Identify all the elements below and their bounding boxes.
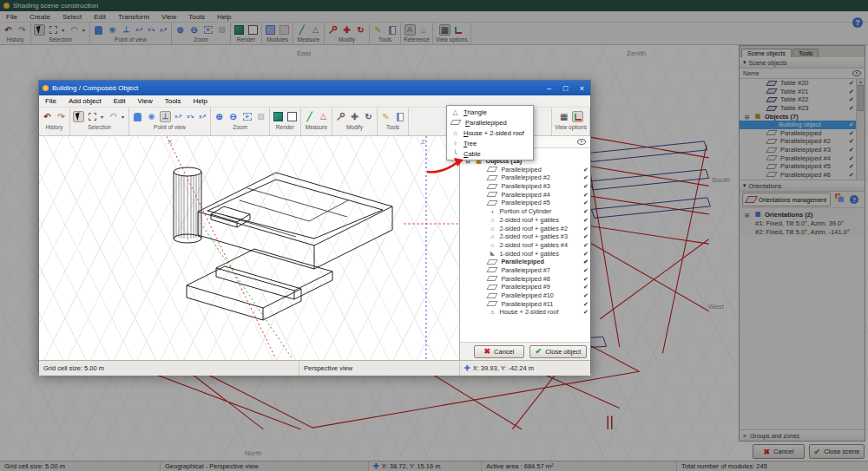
object-row[interactable]: Parallelepiped [460,165,590,173]
dropdown-item[interactable]: ♀ Tree [447,138,533,148]
measure-distance-icon[interactable]: ╱ [304,111,315,122]
lasso-select-icon[interactable]: ◠ [108,111,119,122]
zoom-window-icon[interactable]: ⊕ [241,111,253,122]
rotate-icon[interactable]: ↻ [355,24,366,36]
view-front-icon[interactable]: x↘ [186,111,195,122]
visibility-check-icon[interactable] [582,283,590,291]
object-row[interactable]: 2-sided roof + gables [460,216,590,225]
visibility-check-icon[interactable] [847,79,856,87]
grid-toggle-icon[interactable]: ▦ [558,111,569,122]
visibility-check-icon[interactable] [582,291,590,299]
view-side-icon[interactable]: y↗ [198,111,207,122]
move-icon[interactable]: ✚ [341,24,352,36]
visibility-check-icon[interactable] [582,207,590,215]
visibility-check-icon[interactable] [582,266,590,274]
main-menu-item[interactable]: Create [23,13,56,21]
select-cursor-icon[interactable] [34,24,45,36]
zoom-out-icon[interactable]: ⊖ [188,24,200,36]
pan-hand-icon[interactable] [93,24,104,36]
dropdown-item[interactable]: ⌂ House + 2-sided roof [447,128,533,138]
scene-object-row[interactable]: Parallelepiped #2 [740,137,856,146]
visibility-check-icon[interactable] [582,225,590,232]
layers-icon[interactable] [838,197,844,202]
view-front-icon[interactable]: x↘ [147,24,156,36]
main-menu-item[interactable]: Tools [182,13,211,21]
zoom-in-icon[interactable]: ⊕ [174,24,186,36]
scene-object-row[interactable]: Building object [740,121,856,129]
orientation-row[interactable]: #1: Fixed, Tilt 5.0°, Azim. 39.0° [740,219,865,227]
reference-house-icon[interactable]: ⌂ [418,24,430,36]
visibility-check-icon[interactable] [582,199,590,206]
tab-tools[interactable]: Tools [792,49,819,57]
measure-distance-icon[interactable]: ╱ [296,24,307,36]
close-scene-button[interactable]: ✔ Close scene [809,444,865,459]
object-row[interactable]: Parallelepiped #4 [460,190,590,199]
undo-icon[interactable]: ↶ [42,111,53,122]
visibility-check-icon[interactable] [582,300,590,308]
zoom-extents-icon[interactable]: ▧ [216,24,227,36]
object-row[interactable]: Parallelepiped #8 [460,274,590,283]
lasso-caret-icon[interactable]: ▾ [122,114,126,120]
visibility-check-icon[interactable] [582,232,590,240]
marquee-select-icon[interactable] [87,111,98,122]
main-menu-item[interactable]: File [0,13,23,21]
child-menu-item[interactable]: Edit [108,97,132,105]
scene-object-row[interactable]: Parallelepiped [740,129,856,138]
rotate-icon[interactable]: ↻ [363,111,374,122]
measure-angle-icon[interactable]: △ [318,111,329,122]
help-icon[interactable]: ? [852,17,863,28]
scene-object-row[interactable]: Table #21 [740,88,856,96]
object-row[interactable]: House + 2-sided roof [460,308,590,317]
main-menu-item[interactable]: Edit [88,13,112,21]
notebook-icon[interactable] [394,111,405,122]
visibility-check-icon[interactable] [847,146,856,154]
scene-object-row[interactable]: Parallelepiped #6 [740,171,856,180]
visibility-check-icon[interactable] [847,88,856,95]
visibility-check-icon[interactable] [582,250,590,258]
view-side-icon[interactable]: y↗ [159,24,168,36]
lasso-caret-icon[interactable]: ▾ [82,27,87,33]
sidebar-scrollbar[interactable]: ▴ [856,79,865,180]
cancel-object-button[interactable]: ✖ Cancel [474,345,524,358]
visibility-check-icon[interactable] [847,121,856,128]
visibility-check-icon[interactable] [847,171,856,179]
visibility-check-icon[interactable] [847,95,856,103]
visibility-check-icon[interactable] [582,258,590,265]
grid-toggle-icon[interactable]: ▦ [439,24,450,36]
scene-objects-panel-header[interactable]: ▾ Scene objects [740,57,865,69]
minimize-button[interactable]: – [541,81,557,95]
child-menu-item[interactable]: View [132,97,159,105]
view-top-icon[interactable]: x↗ [135,24,144,36]
orientation-row[interactable]: #2: Fixed, Tilt 5.0°, Azim. -141.0° [740,227,865,236]
pencil-icon[interactable]: ✎ [372,24,384,36]
pencil-icon[interactable]: ✎ [380,111,391,122]
render-wireframe-icon[interactable] [247,24,259,36]
redo-icon[interactable]: ↷ [16,24,28,36]
view-top-icon[interactable]: x↗ [174,111,183,122]
scene-object-row[interactable]: Table #20 [740,79,856,88]
visibility-check-icon[interactable] [582,182,590,190]
scene-object-row[interactable]: Parallelepiped #5 [740,162,856,171]
object-row[interactable]: 2-sided roof + gables #3 [460,232,590,241]
object-row[interactable]: 1-sided roof + gables [460,249,590,258]
child-menu-item[interactable]: File [39,97,62,105]
child-menu-item[interactable]: Help [187,97,213,105]
pan-hand-icon[interactable] [132,111,143,122]
wrench-icon[interactable] [327,24,339,36]
scene-object-row[interactable]: Parallelepiped #3 [740,146,856,154]
orientations-panel-header[interactable]: ▾ Orientations [740,180,865,192]
orbit-view-icon[interactable]: ◉ [146,111,157,122]
object-row[interactable]: Portion of Cylinder [460,207,590,216]
scene-object-row[interactable]: Table #22 [740,95,856,104]
modules-hide-icon[interactable] [279,24,290,36]
object-row[interactable]: Parallelepiped #3 [460,182,590,191]
visibility-check-icon[interactable] [582,275,590,283]
render-solid-icon[interactable] [273,111,284,122]
dropdown-item[interactable]: Parallelepiped [447,117,533,128]
groups-and-zones-bar[interactable]: » Groups and zones [740,429,865,441]
notebook-icon[interactable] [386,24,398,36]
close-object-button[interactable]: ✔ Close object [529,345,587,358]
scene-object-row[interactable]: Parallelepiped #4 [740,154,856,162]
object-row[interactable]: Parallelepiped #11 [460,299,590,308]
wrench-icon[interactable] [335,111,346,122]
